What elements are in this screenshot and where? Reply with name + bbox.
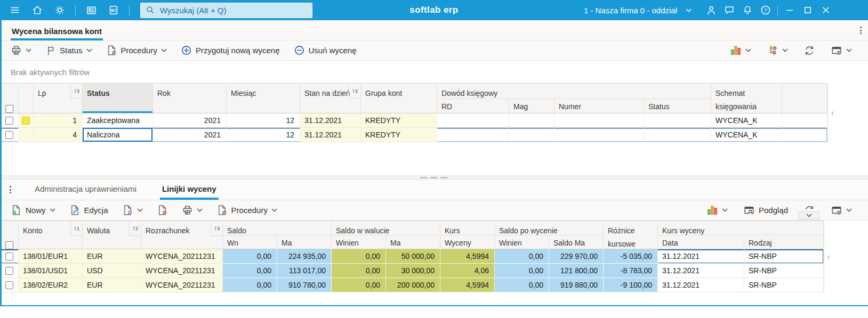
- cell-miesiac[interactable]: 12: [227, 113, 300, 128]
- column-header-rozrachunek[interactable]: Rozrachunek ↑3: [141, 221, 223, 249]
- preview-button[interactable]: Podgląd: [739, 202, 792, 218]
- cell-kurs-wyceny[interactable]: 4,5994: [440, 249, 495, 264]
- column-header-miesiac[interactable]: Miesiąc: [227, 84, 300, 113]
- cell-saldo-ma[interactable]: 224 935,00: [277, 249, 332, 264]
- column-group-kurs-wyceny[interactable]: Kurs wyceny: [658, 221, 824, 235]
- delete-line-button[interactable]: [152, 202, 172, 218]
- sort-badge[interactable]: ↑2: [349, 84, 360, 99]
- cell-walucie-ma[interactable]: 200 000,00: [386, 278, 440, 292]
- column-header-lp[interactable]: Lp ↑3: [34, 84, 83, 113]
- lines-grid-settings-button[interactable]: [826, 202, 856, 218]
- bc-handbook-icon[interactable]: BC: [104, 2, 123, 19]
- tab-linijki-wyceny[interactable]: Linijki wyceny: [160, 180, 219, 200]
- cell-po-wycenie-saldo-ma[interactable]: 229 970,00: [549, 249, 604, 264]
- cell-status[interactable]: Zaakceptowana: [83, 113, 153, 128]
- select-all-checkbox[interactable]: [5, 241, 13, 249]
- tab-wycena-bilansowa-kont[interactable]: Wycena bilansowa kont: [11, 24, 103, 40]
- cell-roznice-kursowe[interactable]: -5 035,00: [604, 249, 658, 264]
- cell-rozrachunek[interactable]: WYCENA_20211231: [141, 278, 223, 292]
- cell-walucie-winien[interactable]: 0,00: [332, 278, 386, 292]
- cell-kurs-data[interactable]: 31.12.2021: [658, 278, 744, 292]
- collapse-panel-left-icon[interactable]: ‹: [824, 221, 833, 292]
- cell-status-focused[interactable]: Naliczona: [83, 128, 153, 142]
- minimize-icon[interactable]: [781, 2, 799, 19]
- cell-kurs-wyceny[interactable]: 4,06: [440, 264, 495, 278]
- cell-lp[interactable]: 1: [34, 113, 83, 128]
- hamburger-menu-icon[interactable]: [5, 2, 25, 19]
- cell-po-wycenie-winien[interactable]: 0,00: [495, 249, 549, 264]
- column-header-schemat-ksiegowania[interactable]: Schemat księgowania: [711, 84, 782, 113]
- cell-schemat[interactable]: WYCENA_K: [711, 113, 782, 128]
- sort-badge[interactable]: ↑3: [211, 221, 222, 236]
- cell-waluta[interactable]: EUR: [83, 278, 141, 292]
- column-header-rd[interactable]: RD: [437, 99, 509, 113]
- collapse-panel-left-icon[interactable]: ‹: [827, 83, 837, 142]
- maximize-icon[interactable]: [799, 2, 817, 19]
- column-header-numer[interactable]: Numer: [554, 99, 644, 113]
- column-header-mag[interactable]: Mag: [509, 99, 554, 113]
- cell-saldo-wn[interactable]: 0,00: [223, 278, 277, 292]
- cell-walucie-winien[interactable]: 0,00: [332, 264, 386, 278]
- cell-po-wycenie-saldo-ma[interactable]: 919 880,00: [549, 278, 604, 292]
- column-header-stan-na-dzien[interactable]: Stan na dzień ↑2: [300, 84, 361, 113]
- status-menu-button[interactable]: Status: [41, 43, 97, 58]
- cell-rd[interactable]: [437, 113, 509, 128]
- remove-valuation-button[interactable]: Usuń wycenę: [290, 43, 361, 58]
- column-header-grupa-kont[interactable]: Grupa kont: [361, 84, 437, 113]
- cell-numer[interactable]: [554, 113, 644, 128]
- cell-numer[interactable]: [554, 128, 644, 142]
- column-header-roznice-kursowe[interactable]: Różnice kursowe: [604, 221, 658, 249]
- cell-rok[interactable]: 2021: [153, 113, 227, 128]
- column-header-rodzaj[interactable]: Rodzaj: [744, 235, 824, 249]
- column-header-status-dowodu[interactable]: Status: [644, 99, 711, 113]
- cell-walucie-ma[interactable]: 50 000,00: [386, 249, 440, 264]
- row-checkbox[interactable]: [5, 267, 13, 275]
- column-group-saldo-w-walucie[interactable]: Saldo w walucie: [332, 221, 440, 235]
- cell-roznice-kursowe[interactable]: -8 783,00: [604, 264, 658, 278]
- cell-saldo-ma[interactable]: 910 780,00: [277, 278, 332, 292]
- cell-konto[interactable]: 138/01/USD1: [19, 264, 83, 278]
- row-checkbox[interactable]: [5, 281, 13, 289]
- new-line-button[interactable]: Nowy: [6, 202, 60, 218]
- company-selector[interactable]: 1 - Nasza firma 0 - oddział: [584, 6, 692, 15]
- cell-roznice-kursowe[interactable]: -9 100,00: [604, 278, 658, 292]
- cell-waluta[interactable]: USD: [83, 264, 141, 278]
- close-icon[interactable]: [817, 2, 835, 19]
- cell-konto[interactable]: 138/02/EUR2: [19, 278, 83, 292]
- sort-badge[interactable]: ↑1: [70, 221, 82, 236]
- panel-overflow-menu-icon[interactable]: [10, 186, 11, 193]
- cell-status-dowodu[interactable]: [644, 113, 711, 128]
- column-header-waluta[interactable]: Waluta ↑2: [83, 221, 141, 249]
- collapse-toolbar-button[interactable]: [798, 211, 819, 219]
- column-group-saldo[interactable]: Saldo: [223, 221, 332, 235]
- cell-grupa-kont[interactable]: KREDYTY: [361, 113, 437, 128]
- cell-kurs-rodzaj[interactable]: SR-NBP: [744, 264, 824, 278]
- cell-grupa-kont[interactable]: KREDYTY: [361, 128, 437, 142]
- row-checkbox[interactable]: [5, 131, 13, 139]
- column-group-dowod-ksiegowy[interactable]: Dowód księgowy: [437, 84, 711, 99]
- cell-rd[interactable]: [437, 128, 509, 142]
- search-input[interactable]: [159, 5, 289, 15]
- cell-po-wycenie-winien[interactable]: 0,00: [495, 264, 549, 278]
- cell-walucie-winien[interactable]: 0,00: [332, 249, 386, 264]
- cell-saldo-wn[interactable]: 0,00: [223, 264, 277, 278]
- edit-line-button[interactable]: Edycja: [65, 202, 112, 218]
- print-button[interactable]: [6, 43, 36, 58]
- notifications-bell-icon[interactable]: [738, 2, 757, 19]
- cell-stan-na-dzien[interactable]: 31.12.2021: [300, 113, 361, 128]
- column-header-konto[interactable]: Konto ↑1: [19, 221, 83, 249]
- cell-po-wycenie-saldo-ma[interactable]: 121 800,00: [549, 264, 604, 278]
- cell-status-dowodu[interactable]: [644, 128, 711, 142]
- table-row[interactable]: 1 Zaakceptowana 2021 12 31.12.2021 KREDY…: [0, 113, 827, 128]
- sort-badge[interactable]: ↑2: [129, 221, 141, 236]
- column-header-rok[interactable]: Rok: [153, 84, 227, 113]
- column-header-wn[interactable]: Wn: [223, 235, 277, 249]
- cell-schemat[interactable]: WYCENA_K: [711, 128, 782, 142]
- table-row[interactable]: 138/02/EUR2 EUR WYCENA_20211231 0,00 910…: [0, 278, 824, 292]
- column-header-winien[interactable]: Winien: [332, 235, 386, 249]
- chart-view-button[interactable]: [726, 43, 756, 58]
- cell-waluta[interactable]: EUR: [83, 249, 141, 264]
- lines-procedures-button[interactable]: Procedury: [212, 202, 282, 218]
- cell-kurs-rodzaj[interactable]: SR-NBP: [744, 278, 824, 292]
- column-header-data[interactable]: Data: [658, 235, 744, 249]
